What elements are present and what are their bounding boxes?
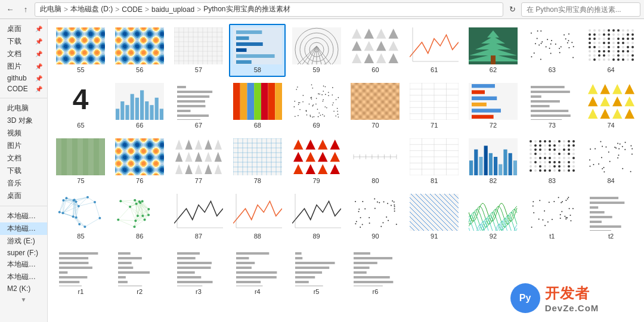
thumb-item-r2[interactable]: r2 [112, 246, 168, 299]
thumb-item-57[interactable]: 57 [171, 24, 227, 77]
thumb-item-t1[interactable]: t1 [524, 190, 580, 243]
thumb-item-61[interactable]: 61 [406, 24, 463, 77]
thumb-item-80[interactable]: 80 [347, 135, 404, 188]
address-path[interactable]: 此电脑 > 本地磁盘 (D:) > CODE > baidu_upload > … [35, 2, 503, 17]
main-layout: 桌面 📌 下载 📌 文档 📌 图片 📌 github 📌 CODE 📌 [0, 19, 644, 322]
path-baidu[interactable]: baidu_upload [151, 5, 194, 14]
thumb-item-81[interactable]: 81 [406, 135, 463, 188]
thumb-canvas-89 [292, 194, 341, 231]
thumb-label-70: 70 [371, 122, 379, 129]
thumb-item-69[interactable]: 69 [288, 79, 345, 132]
sidebar-item-code[interactable]: CODE 📌 [0, 83, 47, 94]
thumb-item-85[interactable]: 85 [52, 190, 109, 243]
search-input[interactable] [521, 2, 640, 17]
thumb-item-87[interactable]: 87 [171, 190, 227, 243]
sidebar-item-f[interactable]: super (F:) [0, 247, 47, 258]
thumb-label-77: 77 [195, 177, 202, 184]
thumb-item-r5[interactable]: r5 [288, 246, 345, 299]
sidebar-item-docs[interactable]: 文档 📌 [0, 48, 47, 60]
sidebar-item-thispc[interactable]: 此电脑 [0, 102, 47, 114]
thumb-label-57: 57 [195, 66, 202, 73]
thumb-item-73[interactable]: 73 [524, 79, 580, 132]
thumb-item-r4[interactable]: r4 [229, 246, 286, 299]
thumb-item-78[interactable]: 78 [229, 135, 286, 188]
thumb-item-71[interactable]: 71 [406, 79, 463, 132]
thumb-item-r1[interactable]: r1 [52, 246, 109, 299]
thumb-item-89[interactable]: 89 [288, 190, 345, 243]
sidebar-item-dl2[interactable]: 下载 [0, 165, 47, 177]
path-d[interactable]: 本地磁盘 (D:) [70, 4, 113, 14]
thumb-item-75[interactable]: 75 [52, 135, 109, 188]
sidebar-item-downloads[interactable]: 下载 📌 [0, 35, 47, 48]
thumb-canvas-71 [410, 83, 459, 120]
thumb-item-60[interactable]: 60 [347, 24, 404, 77]
sidebar-item-c[interactable]: 本地磁盘 (C:) [0, 210, 47, 222]
thumb-item-82[interactable]: 82 [465, 135, 522, 188]
thumb-item-90[interactable]: 90 [347, 190, 404, 243]
thumb-item-67[interactable]: 67 [171, 79, 227, 132]
thumb-canvas-72 [469, 83, 518, 120]
thumb-label-68: 68 [254, 122, 261, 129]
sidebar-item-desktop2[interactable]: 桌面 [0, 190, 47, 202]
thumb-label-83: 83 [549, 177, 556, 184]
thumb-item-65[interactable]: 65 [52, 79, 109, 132]
sidebar-item-g[interactable]: 本地磁盘 (G:) [0, 258, 47, 271]
sidebar-item-e[interactable]: 游戏 (E:) [0, 235, 47, 247]
sidebar-item-video[interactable]: 视频 [0, 127, 47, 140]
thumb-label-62: 62 [490, 66, 497, 73]
thumb-canvas-90 [351, 194, 400, 231]
thumb-item-84[interactable]: 84 [583, 135, 639, 188]
thumb-label-r5: r5 [314, 288, 320, 295]
thumb-item-91[interactable]: 91 [406, 190, 463, 243]
thumb-item-68[interactable]: 68 [229, 79, 286, 132]
thumb-item-83[interactable]: 83 [524, 135, 580, 188]
thumb-item-70[interactable]: 70 [347, 79, 404, 132]
sidebar-item-h[interactable]: 本地磁盘 (H:) [0, 271, 47, 283]
thumb-item-r3[interactable]: r3 [171, 246, 227, 299]
thumb-label-r4: r4 [255, 288, 261, 295]
thumb-item-72[interactable]: 72 [465, 79, 522, 132]
thumb-canvas-r2 [115, 249, 164, 286]
thumb-label-81: 81 [431, 177, 438, 184]
thumb-canvas-74 [587, 83, 636, 120]
thumb-item-92[interactable]: 92 [465, 190, 522, 243]
thumb-item-t2[interactable]: t2 [583, 190, 639, 243]
thumb-item-88[interactable]: 88 [229, 190, 286, 243]
thumb-canvas-88 [233, 194, 282, 231]
thumb-item-76[interactable]: 76 [112, 135, 168, 188]
thumb-item-77[interactable]: 77 [171, 135, 227, 188]
thumb-item-59[interactable]: 59 [288, 24, 345, 77]
path-pc[interactable]: 此电脑 [40, 4, 61, 14]
sidebar-item-github[interactable]: github 📌 [0, 73, 47, 83]
sidebar-item-d[interactable]: 本地磁盘 (D:) [0, 222, 47, 235]
thumb-item-55[interactable]: 55 [52, 24, 109, 77]
path-code[interactable]: CODE [122, 5, 143, 14]
sidebar-item-k[interactable]: M2 (K:) [0, 283, 47, 294]
sidebar-item-doc2[interactable]: 文档 [0, 152, 47, 165]
thumb-label-73: 73 [549, 122, 556, 129]
sidebar-item-desktop[interactable]: 桌面 📌 [0, 23, 47, 35]
refresh-button[interactable]: ↻ [506, 3, 519, 16]
thumb-item-r6[interactable]: r6 [347, 246, 404, 299]
thumb-item-74[interactable]: 74 [583, 79, 639, 132]
thumb-item-62[interactable]: 62 [465, 24, 522, 77]
sidebar-item-3d[interactable]: 3D 对象 [0, 114, 47, 127]
pc-section: 此电脑 3D 对象 视频 图片 文档 下载 音乐 桌面 [0, 101, 47, 203]
path-python[interactable]: Python实用宝典的推送素材 [203, 4, 290, 14]
sidebar-item-pic2[interactable]: 图片 [0, 140, 47, 152]
sidebar-item-music[interactable]: 音乐 [0, 177, 47, 190]
thumb-item-56[interactable]: 56 [112, 24, 168, 77]
up-button[interactable]: ↑ [19, 3, 32, 16]
back-button[interactable]: ← [4, 3, 17, 16]
thumb-item-64[interactable]: 64 [583, 24, 639, 77]
thumb-item-58[interactable]: 58 [229, 24, 286, 77]
thumb-item-66[interactable]: 66 [112, 79, 168, 132]
thumb-canvas-60 [351, 27, 400, 64]
thumb-item-86[interactable]: 86 [112, 190, 168, 243]
sidebar-item-pictures[interactable]: 图片 📌 [0, 60, 47, 73]
thumb-item-63[interactable]: 63 [524, 24, 580, 77]
thumb-label-90: 90 [371, 233, 379, 240]
sidebar-scroll-down[interactable]: ▼ [0, 295, 47, 304]
thumb-canvas-69 [292, 83, 341, 120]
thumb-item-79[interactable]: 79 [288, 135, 345, 188]
